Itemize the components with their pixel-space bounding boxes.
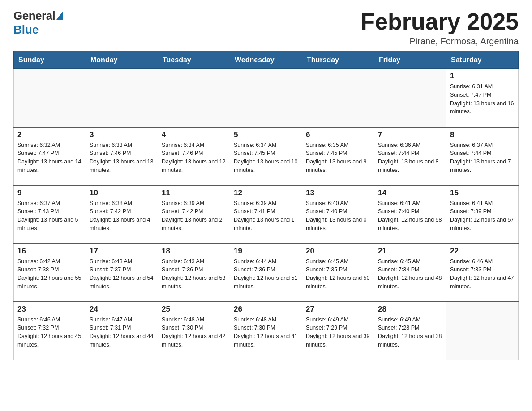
calendar-cell: 24Sunrise: 6:47 AM Sunset: 7:31 PM Dayli…: [86, 302, 158, 360]
calendar-cell: 21Sunrise: 6:45 AM Sunset: 7:34 PM Dayli…: [374, 244, 446, 302]
logo-general-text: General: [13, 9, 55, 23]
calendar-cell: [302, 69, 374, 127]
day-info: Sunrise: 6:36 AM Sunset: 7:44 PM Dayligh…: [378, 141, 442, 175]
day-info: Sunrise: 6:44 AM Sunset: 7:36 PM Dayligh…: [234, 257, 298, 291]
calendar-cell: 4Sunrise: 6:34 AM Sunset: 7:46 PM Daylig…: [158, 127, 230, 185]
calendar-cell: 12Sunrise: 6:39 AM Sunset: 7:41 PM Dayli…: [230, 185, 302, 244]
month-title: February 2025: [360, 9, 519, 34]
day-number: 3: [90, 130, 154, 139]
day-info: Sunrise: 6:48 AM Sunset: 7:30 PM Dayligh…: [234, 316, 298, 349]
calendar-week-row: 2Sunrise: 6:32 AM Sunset: 7:47 PM Daylig…: [14, 127, 519, 185]
day-info: Sunrise: 6:33 AM Sunset: 7:46 PM Dayligh…: [90, 141, 154, 175]
calendar-cell: [230, 69, 302, 127]
calendar-cell: 19Sunrise: 6:44 AM Sunset: 7:36 PM Dayli…: [230, 244, 302, 302]
calendar-cell: 28Sunrise: 6:49 AM Sunset: 7:28 PM Dayli…: [374, 302, 446, 360]
calendar-table: SundayMondayTuesdayWednesdayThursdayFrid…: [13, 51, 519, 360]
weekday-header-sunday: Sunday: [14, 51, 86, 69]
calendar-cell: 5Sunrise: 6:34 AM Sunset: 7:45 PM Daylig…: [230, 127, 302, 185]
day-info: Sunrise: 6:40 AM Sunset: 7:40 PM Dayligh…: [306, 199, 370, 233]
day-info: Sunrise: 6:39 AM Sunset: 7:41 PM Dayligh…: [234, 199, 298, 233]
page-header: General Blue February 2025 Pirane, Formo…: [13, 9, 519, 47]
calendar-cell: [158, 69, 230, 127]
day-info: Sunrise: 6:45 AM Sunset: 7:34 PM Dayligh…: [378, 257, 442, 291]
calendar-cell: 17Sunrise: 6:43 AM Sunset: 7:37 PM Dayli…: [86, 244, 158, 302]
day-info: Sunrise: 6:37 AM Sunset: 7:43 PM Dayligh…: [17, 199, 82, 233]
day-number: 25: [162, 305, 226, 314]
day-number: 7: [378, 130, 442, 139]
calendar-cell: 15Sunrise: 6:41 AM Sunset: 7:39 PM Dayli…: [446, 185, 519, 244]
title-block: February 2025 Pirane, Formosa, Argentina: [360, 9, 519, 47]
location-subtitle: Pirane, Formosa, Argentina: [360, 36, 519, 47]
calendar-cell: 25Sunrise: 6:48 AM Sunset: 7:30 PM Dayli…: [158, 302, 230, 360]
day-number: 2: [17, 130, 82, 139]
day-number: 26: [234, 305, 298, 314]
day-info: Sunrise: 6:34 AM Sunset: 7:45 PM Dayligh…: [234, 141, 298, 175]
calendar-cell: 27Sunrise: 6:49 AM Sunset: 7:29 PM Dayli…: [302, 302, 374, 360]
calendar-cell: 14Sunrise: 6:41 AM Sunset: 7:40 PM Dayli…: [374, 185, 446, 244]
day-number: 16: [17, 247, 82, 256]
day-number: 28: [378, 305, 442, 314]
day-number: 22: [450, 247, 515, 256]
day-info: Sunrise: 6:41 AM Sunset: 7:39 PM Dayligh…: [450, 199, 515, 233]
calendar-week-row: 16Sunrise: 6:42 AM Sunset: 7:38 PM Dayli…: [14, 244, 519, 302]
day-number: 15: [450, 188, 515, 197]
day-info: Sunrise: 6:31 AM Sunset: 7:47 PM Dayligh…: [450, 82, 515, 116]
logo-triangle-icon: [56, 12, 63, 20]
weekday-header-saturday: Saturday: [446, 51, 519, 69]
calendar-cell: 8Sunrise: 6:37 AM Sunset: 7:44 PM Daylig…: [446, 127, 519, 185]
calendar-cell: [446, 302, 519, 360]
day-number: 21: [378, 247, 442, 256]
day-info: Sunrise: 6:39 AM Sunset: 7:42 PM Dayligh…: [162, 199, 226, 233]
day-info: Sunrise: 6:42 AM Sunset: 7:38 PM Dayligh…: [17, 257, 82, 291]
day-number: 1: [450, 72, 515, 81]
weekday-header-wednesday: Wednesday: [230, 51, 302, 69]
day-number: 13: [306, 188, 370, 197]
day-number: 18: [162, 247, 226, 256]
weekday-header-friday: Friday: [374, 51, 446, 69]
day-info: Sunrise: 6:32 AM Sunset: 7:47 PM Dayligh…: [17, 141, 82, 175]
day-number: 20: [306, 247, 370, 256]
weekday-header-monday: Monday: [86, 51, 158, 69]
day-number: 5: [234, 130, 298, 139]
calendar-cell: [374, 69, 446, 127]
day-info: Sunrise: 6:45 AM Sunset: 7:35 PM Dayligh…: [306, 257, 370, 291]
day-info: Sunrise: 6:35 AM Sunset: 7:45 PM Dayligh…: [306, 141, 370, 175]
day-info: Sunrise: 6:48 AM Sunset: 7:30 PM Dayligh…: [162, 316, 226, 349]
day-number: 23: [17, 305, 82, 314]
calendar-cell: 16Sunrise: 6:42 AM Sunset: 7:38 PM Dayli…: [14, 244, 86, 302]
day-number: 19: [234, 247, 298, 256]
day-number: 8: [450, 130, 515, 139]
weekday-header-thursday: Thursday: [302, 51, 374, 69]
day-number: 6: [306, 130, 370, 139]
weekday-header-tuesday: Tuesday: [158, 51, 230, 69]
day-number: 12: [234, 188, 298, 197]
calendar-cell: 13Sunrise: 6:40 AM Sunset: 7:40 PM Dayli…: [302, 185, 374, 244]
calendar-cell: 3Sunrise: 6:33 AM Sunset: 7:46 PM Daylig…: [86, 127, 158, 185]
day-info: Sunrise: 6:46 AM Sunset: 7:32 PM Dayligh…: [17, 316, 82, 349]
day-info: Sunrise: 6:49 AM Sunset: 7:29 PM Dayligh…: [306, 316, 370, 349]
calendar-cell: 22Sunrise: 6:46 AM Sunset: 7:33 PM Dayli…: [446, 244, 519, 302]
calendar-cell: 6Sunrise: 6:35 AM Sunset: 7:45 PM Daylig…: [302, 127, 374, 185]
calendar-cell: [14, 69, 86, 127]
calendar-cell: 20Sunrise: 6:45 AM Sunset: 7:35 PM Dayli…: [302, 244, 374, 302]
logo: General Blue: [13, 9, 63, 37]
calendar-cell: 2Sunrise: 6:32 AM Sunset: 7:47 PM Daylig…: [14, 127, 86, 185]
logo-blue-text: Blue: [13, 23, 39, 37]
calendar-week-row: 9Sunrise: 6:37 AM Sunset: 7:43 PM Daylig…: [14, 185, 519, 244]
calendar-week-row: 23Sunrise: 6:46 AM Sunset: 7:32 PM Dayli…: [14, 302, 519, 360]
calendar-cell: 18Sunrise: 6:43 AM Sunset: 7:36 PM Dayli…: [158, 244, 230, 302]
calendar-cell: 23Sunrise: 6:46 AM Sunset: 7:32 PM Dayli…: [14, 302, 86, 360]
calendar-week-row: 1Sunrise: 6:31 AM Sunset: 7:47 PM Daylig…: [14, 69, 519, 127]
calendar-cell: 26Sunrise: 6:48 AM Sunset: 7:30 PM Dayli…: [230, 302, 302, 360]
calendar-cell: [86, 69, 158, 127]
calendar-header-row: SundayMondayTuesdayWednesdayThursdayFrid…: [14, 51, 519, 69]
day-info: Sunrise: 6:43 AM Sunset: 7:37 PM Dayligh…: [90, 257, 154, 291]
calendar-cell: 10Sunrise: 6:38 AM Sunset: 7:42 PM Dayli…: [86, 185, 158, 244]
calendar-cell: 1Sunrise: 6:31 AM Sunset: 7:47 PM Daylig…: [446, 69, 519, 127]
day-number: 14: [378, 188, 442, 197]
day-number: 10: [90, 188, 154, 197]
day-number: 24: [90, 305, 154, 314]
calendar-cell: 7Sunrise: 6:36 AM Sunset: 7:44 PM Daylig…: [374, 127, 446, 185]
calendar-cell: 11Sunrise: 6:39 AM Sunset: 7:42 PM Dayli…: [158, 185, 230, 244]
day-number: 4: [162, 130, 226, 139]
